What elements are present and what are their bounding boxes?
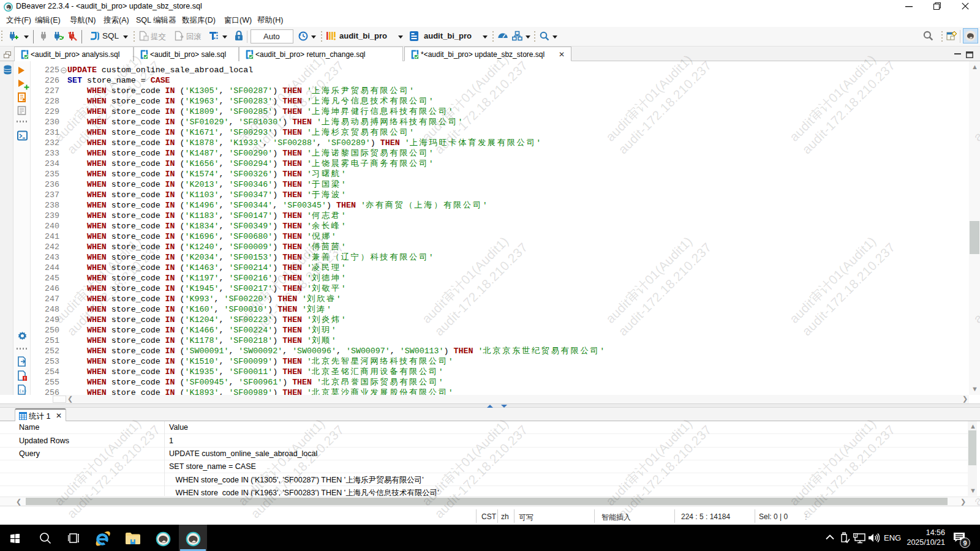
svg-text:(x): (x): [19, 389, 27, 394]
